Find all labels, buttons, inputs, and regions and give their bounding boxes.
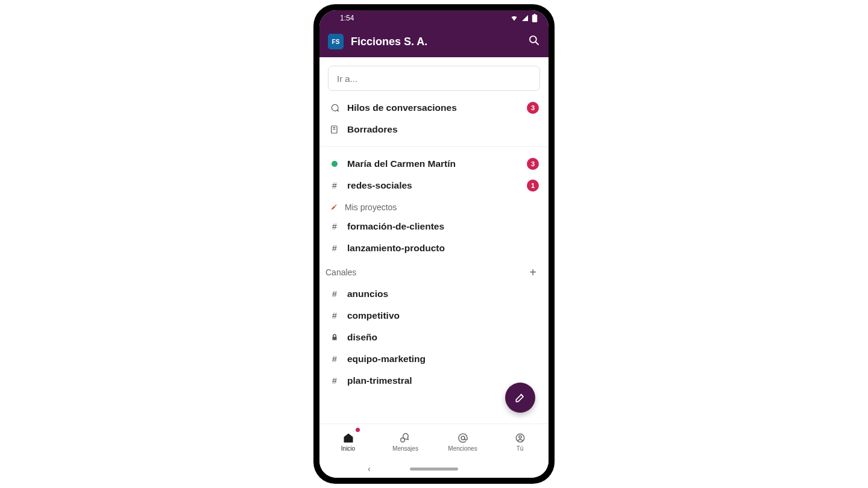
svg-point-6 [518, 436, 521, 438]
hash-icon: # [329, 222, 340, 231]
hash-icon: # [329, 181, 340, 190]
channel-item-label: lanzamiento-producto [347, 243, 539, 254]
android-nav-bar: ‹ [319, 460, 549, 478]
channel-item-label: redes-sociales [347, 180, 520, 191]
channel-item-label: diseño [347, 332, 539, 343]
back-icon[interactable]: ‹ [368, 464, 371, 474]
svg-rect-2 [332, 126, 337, 133]
svg-line-1 [536, 42, 539, 45]
channel-item-badge: 1 [527, 180, 539, 192]
rocket-icon [329, 203, 339, 211]
nav-dms[interactable]: Mensajes [377, 424, 434, 460]
workspace-avatar[interactable]: FS [328, 34, 344, 49]
drafts-icon [329, 125, 340, 134]
section-projects[interactable]: Mis proyectos [319, 196, 549, 216]
section-channels[interactable]: Canales + [319, 259, 549, 283]
screen: 1:54 FS Ficciones S. A. Ir a... [319, 10, 549, 478]
nav-threads[interactable]: Hilos de conversaciones 3 [319, 97, 549, 119]
nav-you-label: Tú [517, 445, 524, 452]
section-projects-label: Mis proyectos [345, 202, 539, 212]
channel-item[interactable]: # competitivo [319, 305, 549, 327]
nav-home-label: Inicio [341, 445, 355, 452]
status-time: 1:54 [340, 14, 354, 22]
nav-drafts[interactable]: Borradores [319, 119, 549, 140]
gesture-pill[interactable] [410, 468, 458, 471]
channel-item[interactable]: diseño [319, 327, 549, 348]
divider [319, 146, 549, 147]
compose-fab[interactable] [505, 383, 535, 413]
search-icon[interactable] [528, 34, 540, 49]
svg-point-4 [461, 436, 465, 440]
nav-home-dot [356, 428, 360, 432]
channel-item-label: anuncios [347, 289, 539, 299]
hash-icon: # [329, 289, 340, 299]
nav-you[interactable]: Tú [491, 424, 549, 460]
channel-item[interactable]: # equipo-marketing [319, 348, 549, 370]
hash-icon: # [329, 354, 340, 364]
jump-placeholder: Ir a... [337, 74, 357, 84]
nav-mentions[interactable]: Menciones [434, 424, 491, 460]
channel-item-label: equipo-marketing [347, 354, 539, 364]
channel-item-label: formación-de-clientes [347, 221, 539, 232]
lock-icon [329, 334, 340, 341]
hash-icon: # [329, 311, 340, 321]
hash-icon: # [329, 243, 340, 253]
channel-item[interactable]: # lanzamiento-producto [319, 237, 549, 259]
hash-icon: # [329, 376, 340, 386]
android-status-bar: 1:54 [319, 10, 549, 26]
channel-item-unread[interactable]: # redes-sociales 1 [319, 175, 549, 196]
phone-frame: 1:54 FS Ficciones S. A. Ir a... [313, 4, 555, 484]
channel-item-label: plan-trimestral [347, 375, 539, 386]
channel-item-label: competitivo [347, 310, 539, 321]
add-channel-button[interactable]: + [526, 265, 540, 280]
dm-item[interactable]: María del Carmen Martín 3 [319, 153, 549, 175]
battery-icon [532, 14, 538, 22]
nav-drafts-label: Borradores [347, 124, 539, 135]
svg-point-3 [400, 438, 404, 442]
presence-icon [329, 161, 340, 167]
compose-icon [514, 392, 526, 404]
you-icon [514, 432, 526, 444]
content-scroll[interactable]: Ir a... Hilos de conversaciones 3 Borrad… [319, 57, 549, 424]
app-header: FS Ficciones S. A. [319, 26, 549, 57]
threads-icon [329, 103, 340, 113]
channel-item[interactable]: # formación-de-clientes [319, 216, 549, 237]
nav-dms-label: Mensajes [392, 445, 418, 452]
home-icon [342, 432, 354, 444]
jump-to-input[interactable]: Ir a... [328, 66, 540, 91]
nav-home[interactable]: Inicio [319, 424, 377, 460]
status-icons [510, 14, 538, 22]
nav-threads-label: Hilos de conversaciones [347, 102, 520, 113]
messages-icon [400, 432, 412, 444]
cellular-icon [521, 14, 529, 22]
channel-item[interactable]: # anuncios [319, 283, 549, 305]
bottom-nav: Inicio Mensajes Menciones Tú [319, 424, 549, 460]
nav-mentions-label: Menciones [448, 445, 477, 452]
wifi-icon [510, 14, 518, 22]
dm-item-label: María del Carmen Martín [347, 158, 520, 169]
mentions-icon [457, 432, 469, 444]
svg-point-0 [530, 36, 536, 43]
dm-item-badge: 3 [527, 158, 539, 170]
workspace-title[interactable]: Ficciones S. A. [351, 36, 521, 48]
nav-threads-badge: 3 [527, 102, 539, 114]
section-channels-label: Canales [326, 267, 520, 277]
